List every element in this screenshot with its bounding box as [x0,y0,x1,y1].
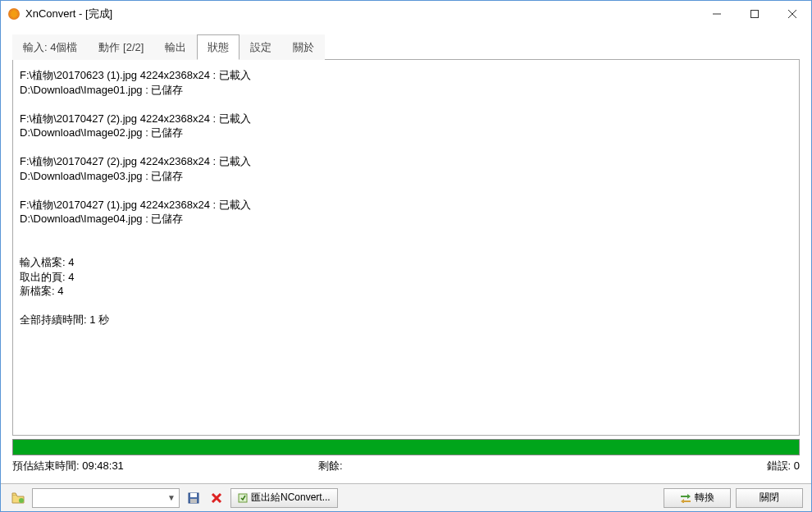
minimize-button[interactable] [698,1,736,27]
close-app-button[interactable]: 關閉 [736,488,803,508]
bottom-toolbar: ▼ 匯出給NConvert... 轉換 關閉 [1,483,811,511]
maximize-button[interactable] [736,1,773,27]
errors-count: 錯誤: 0 [767,459,800,473]
delete-icon[interactable] [208,489,226,507]
window-title: XnConvert - [完成] [25,7,698,21]
tab-settings[interactable]: 設定 [239,34,282,60]
remaining-label: 剩餘: [318,459,343,473]
progress-bar [12,439,800,455]
tab-status[interactable]: 狀態 [197,34,239,60]
convert-button[interactable]: 轉換 [664,488,731,508]
titlebar: XnConvert - [完成] [1,1,811,27]
folder-open-icon[interactable] [9,489,27,507]
export-nconvert-button[interactable]: 匯出給NConvert... [230,488,338,508]
save-icon[interactable] [185,489,203,507]
status-line: 預估結束時間: 09:48:31 剩餘: 錯誤: 0 [12,457,800,475]
tab-input[interactable]: 輸入: 4個檔 [12,34,88,60]
svg-point-6 [19,498,24,503]
status-log[interactable]: F:\植物\20170623 (1).jpg 4224x2368x24 : 已載… [12,60,800,436]
svg-rect-12 [239,494,247,502]
tab-actions[interactable]: 動作 [2/2] [88,34,154,60]
tab-about[interactable]: 關於 [282,34,325,60]
svg-rect-8 [190,493,197,497]
app-icon [7,7,21,21]
tab-bar: 輸入: 4個檔 動作 [2/2] 輸出 狀態 設定 關於 [12,34,800,60]
close-button[interactable] [773,1,811,27]
tab-output[interactable]: 輸出 [154,34,197,60]
estimated-time: 預估結束時間: 09:48:31 [12,459,124,473]
svg-rect-3 [751,11,759,18]
script-dropdown[interactable]: ▼ [32,488,180,508]
svg-rect-9 [190,499,197,503]
